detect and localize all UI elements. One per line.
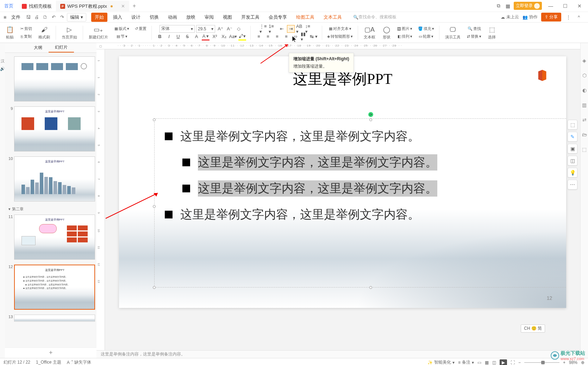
- columns-icon[interactable]: ▮▮ ▾: [301, 33, 308, 41]
- tab-home[interactable]: 首页: [0, 1, 18, 11]
- shape-button[interactable]: ◯形状: [381, 25, 392, 41]
- thumb-10[interactable]: 10 这里是举例PPT: [5, 155, 96, 205]
- panel-tab-outline[interactable]: 大纲: [27, 43, 49, 52]
- tab-slideshow[interactable]: 放映: [183, 13, 199, 22]
- italic-icon[interactable]: I: [165, 33, 173, 41]
- picture-button[interactable]: 🖼 图片 ▾: [396, 25, 413, 32]
- tab-review[interactable]: 审阅: [201, 13, 217, 22]
- section-button[interactable]: ▤ 节 ▾: [116, 33, 128, 40]
- tab-design[interactable]: 设计: [128, 13, 144, 22]
- pen-tool-icon[interactable]: ✎: [568, 132, 577, 142]
- canvas[interactable]: 这里是举例PPT 12 ⟳: [105, 49, 580, 350]
- font-color-icon[interactable]: A ▾: [202, 33, 209, 41]
- decrease-font-icon[interactable]: A⁻: [226, 25, 233, 33]
- clear-format-icon[interactable]: ◇: [235, 25, 243, 33]
- view-sorter-icon[interactable]: ▦: [485, 360, 489, 365]
- ruler-corner-icon[interactable]: ▢: [96, 43, 105, 49]
- thumb-8[interactable]: [5, 55, 96, 105]
- idea-tool-icon[interactable]: 💡: [568, 168, 577, 178]
- from-current-button[interactable]: ▷当页开始: [60, 25, 79, 41]
- cloud-sync[interactable]: ☁未上云: [501, 14, 519, 20]
- underline-icon[interactable]: U: [174, 33, 182, 41]
- notes-toggle[interactable]: ≡ 备注 ▾: [458, 359, 474, 365]
- view-reading-icon[interactable]: ◫: [492, 360, 496, 365]
- indent-marker-icon[interactable]: ↹ ▾: [310, 33, 318, 41]
- animation-pane-icon[interactable]: ◐: [581, 87, 588, 94]
- highlight-icon[interactable]: 🖍▾: [238, 33, 246, 41]
- thumb-11[interactable]: 11 这里是举例PPT: [5, 213, 96, 263]
- print-icon[interactable]: 🖨: [33, 14, 40, 21]
- section-label[interactable]: ▾ 第二章: [5, 205, 96, 213]
- redo-icon[interactable]: ↷: [58, 14, 65, 21]
- tab-text-tools[interactable]: 文本工具: [320, 13, 345, 22]
- thumb-12[interactable]: 12 这里是举例PPT ■ 这生是举例文字内容，这生是举例文字内容。 ■ 这生是…: [5, 263, 96, 313]
- rotate-handle-icon[interactable]: ⟳: [368, 112, 373, 117]
- presentation-tools-button[interactable]: 🖵演示工具: [444, 25, 462, 41]
- search-box[interactable]: 🔍 查找命令、搜索模板: [353, 14, 396, 20]
- fill-button[interactable]: 🪣 填充 ▾: [417, 25, 435, 32]
- more-tool-icon[interactable]: ⋯: [568, 180, 577, 190]
- design-pane-icon[interactable]: ⬡: [581, 72, 588, 79]
- slide-counter[interactable]: 幻灯片 12 / 22: [4, 359, 30, 365]
- reset-button[interactable]: ↺ 重置: [134, 25, 147, 32]
- tab-animation[interactable]: 动画: [164, 13, 181, 22]
- help-pane-icon[interactable]: ⬚: [581, 146, 588, 153]
- select-button[interactable]: ⬚选择: [486, 25, 498, 41]
- missing-font[interactable]: Aଁ 缺失字体: [67, 359, 91, 365]
- subscript-icon[interactable]: X₂: [220, 33, 228, 41]
- copy-button[interactable]: ⎘ 复制: [20, 33, 32, 40]
- thumb-13[interactable]: 13: [5, 313, 96, 325]
- slide[interactable]: 这里是举例PPT 12 ⟳: [119, 56, 566, 308]
- add-tab-button[interactable]: +: [129, 3, 139, 9]
- beautify-button[interactable]: ✨ 智能美化 ▾: [427, 359, 455, 365]
- zoom-slider[interactable]: [524, 362, 559, 363]
- maximize-icon[interactable]: ☐: [559, 2, 571, 10]
- view-slideshow-icon[interactable]: ▶: [500, 359, 507, 365]
- change-case-icon[interactable]: Aa▾: [229, 33, 237, 41]
- tab-dev[interactable]: 开发工具: [238, 13, 263, 22]
- ruler-vertical[interactable]: 112345678910111213: [96, 49, 105, 350]
- arrange-button[interactable]: ◧ 排列 ▾: [397, 33, 413, 40]
- align-justify-icon[interactable]: ≡: [282, 33, 290, 41]
- increase-indent-button[interactable]: ⇥: [287, 25, 295, 33]
- reader-mode-icon[interactable]: ⧉: [495, 3, 502, 9]
- tab-view[interactable]: 视图: [219, 13, 236, 22]
- bullet-line-2[interactable]: 这里是举例文字内容，这里是举例文字内容。: [182, 154, 566, 171]
- audio-mini-icon[interactable]: 🔊: [0, 67, 5, 71]
- save-icon[interactable]: 🖫: [25, 14, 32, 21]
- view-normal-icon[interactable]: ▭: [477, 360, 481, 365]
- paste-button[interactable]: 📋粘贴: [4, 25, 15, 41]
- layers-tool-icon[interactable]: ⬚: [568, 120, 577, 130]
- login-button[interactable]: 立即登录: [514, 2, 542, 10]
- new-slide-button[interactable]: ▭₊新建幻灯片: [87, 25, 110, 41]
- tab-insert[interactable]: 插入: [110, 13, 126, 22]
- file-menu[interactable]: 文件: [8, 13, 23, 21]
- find-button[interactable]: 🔍 查找: [467, 25, 482, 32]
- align-text-button[interactable]: ▦ 对齐文本 ▾: [328, 25, 352, 32]
- content-textbox[interactable]: ⟳ 这里是举例文字内容，这里是举例文字内容。 这里是举例文字内容，这里是举例文字…: [154, 111, 566, 302]
- template-tool-icon[interactable]: ◫: [568, 156, 577, 166]
- collab-button[interactable]: 👥协作: [523, 14, 538, 20]
- decrease-indent-icon[interactable]: ⇤: [278, 25, 286, 33]
- align-left-icon[interactable]: ≡: [255, 33, 263, 41]
- tab-member[interactable]: 会员专享: [265, 13, 290, 22]
- ruler-horizontal[interactable]: ▢ · · ·3· · ·2· · ·1· · · · · ·1· · ·2· …: [96, 43, 580, 49]
- align-right-icon[interactable]: ≡: [273, 33, 281, 41]
- close-icon[interactable]: ✕: [574, 2, 585, 10]
- bullet-line-4[interactable]: 这里是举例文字内容，这里是举例文字内容。: [165, 206, 566, 223]
- thumb-9[interactable]: 9 这里是举例PPT: [5, 105, 96, 155]
- bullets-icon[interactable]: ⋮≡ ▾: [259, 25, 267, 33]
- outline-button[interactable]: ▭ 轮廓 ▾: [418, 33, 434, 40]
- numbering-icon[interactable]: 1≡ ▾: [269, 25, 276, 33]
- font-effects-icon[interactable]: A: [193, 33, 200, 41]
- collapse-ribbon-icon[interactable]: ^: [575, 14, 582, 21]
- zoom-out-icon[interactable]: −: [518, 360, 521, 365]
- add-slide-button[interactable]: +: [5, 347, 96, 358]
- replace-button[interactable]: ⇄ 替换 ▾: [466, 33, 482, 40]
- bullet-line-3[interactable]: 这里是举例文字内容，这里是举例文字内容。: [182, 180, 566, 197]
- font-size-select[interactable]: 29.5▾: [196, 25, 215, 33]
- apps-icon[interactable]: ▦: [505, 3, 511, 9]
- close-tab-icon[interactable]: ✕: [121, 4, 125, 9]
- increase-font-icon[interactable]: A⁺: [217, 25, 224, 33]
- align-center-icon[interactable]: ≡: [264, 33, 272, 41]
